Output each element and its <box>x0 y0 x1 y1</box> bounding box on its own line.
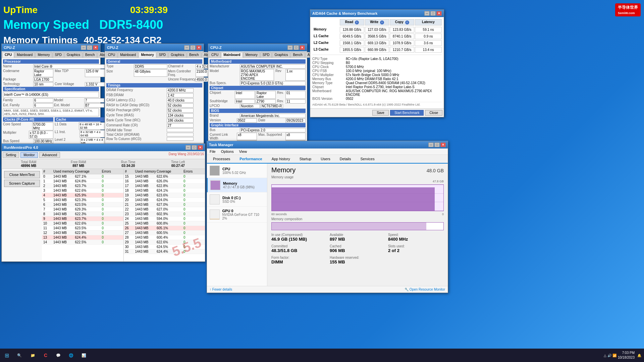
taskman-speed-label: Speed: <box>388 233 444 237</box>
cpuz1-maximize[interactable]: □ <box>87 45 92 50</box>
taskbar-app-chat[interactable]: 💬 <box>52 349 64 361</box>
memtest-advanced-btn[interactable]: Advanced <box>39 152 60 158</box>
mem-speed-value: DDR5-8400 <box>99 18 163 32</box>
taskbar-app-cpuz[interactable]: C <box>40 349 52 361</box>
cpuz2-maximize[interactable]: □ <box>190 45 196 50</box>
cpuz1-tab-bench[interactable]: Bench <box>83 52 97 58</box>
cpuz3-chipset-val: Intel <box>235 91 255 99</box>
memtest-row-n: 12 <box>43 231 53 235</box>
memtest-close-test-btn[interactable]: Close MemTest <box>4 171 40 178</box>
cpuz1-close[interactable]: ✕ <box>93 45 98 50</box>
taskman-minimize[interactable]: ─ <box>428 142 434 147</box>
taskman-tab-details[interactable]: Details <box>335 155 356 164</box>
memtest-table-row: 27 1443 MB 600.5% 0 <box>124 231 205 235</box>
memtest-titlebar[interactable]: RunMemtestPro 4.0 ─ □ ✕ <box>2 144 205 151</box>
cpuz2-idle-label: DRAM Idle Timer <box>106 128 167 132</box>
cpuz1-tab-memory[interactable]: Memory <box>35 52 52 58</box>
cpuz1-titlebar[interactable]: CPU-Z ─ □ ✕ <box>2 44 100 51</box>
cpuz2-minimize[interactable]: ─ <box>184 45 190 50</box>
memtest-row-cov: 622.9% <box>75 231 102 235</box>
cpuz2-tab-spd[interactable]: SPD <box>157 52 168 58</box>
taskman-titlebar[interactable]: Task Manager ─ □ ✕ <box>207 141 448 148</box>
memtest-table-row: 17 1443 MB 622.8% 0 <box>124 184 205 188</box>
cpuz3-tab-spd[interactable]: SPD <box>260 52 272 58</box>
taskman-tab-users[interactable]: Users <box>316 155 335 164</box>
taskman-tab-startup[interactable]: Startup <box>295 155 316 164</box>
cpuz3-tab-graphics[interactable]: Graphics <box>272 52 290 58</box>
memtest-table-row: 0 1443 MB 627.1% 0 <box>42 174 123 179</box>
memtest-rrow-used: 1443 MB <box>135 179 157 183</box>
cpuz1-tab-cpu[interactable]: CPU <box>2 52 14 58</box>
taskman-resource-monitor-link[interactable]: 🔧 Open Resource Monitor <box>405 288 445 291</box>
taskman-tab-performance[interactable]: Performance <box>235 155 267 164</box>
memtest-rrow-err: 0 <box>183 226 204 230</box>
cpuz3-chipset-rev-val: 01 <box>285 91 306 99</box>
memtest-capture-btn[interactable]: Screen Capture <box>4 180 40 187</box>
cpuz3-tab-mainboard[interactable]: Mainboard <box>221 52 243 58</box>
taskman-menu-file[interactable]: File <box>208 149 217 154</box>
taskman-sidebar-cpu[interactable]: CPU 100% 5.02 GHz <box>207 164 267 178</box>
cpuz2-tab-cpu[interactable]: CPU <box>106 52 117 58</box>
aida64-save-btn[interactable]: Save <box>372 110 389 116</box>
cpuz1-controls: ─ □ ✕ <box>81 45 98 50</box>
taskman-restore[interactable]: □ <box>434 142 440 147</box>
taskman-window: Task Manager ─ □ ✕ File Options View Pro… <box>207 141 448 293</box>
aida64-maximize[interactable]: □ <box>430 11 436 16</box>
cpuz3-tab-cpu[interactable]: CPU <box>209 52 221 58</box>
aida-copy-header: Copy i <box>390 19 414 25</box>
taskman-tab-apphistory[interactable]: App history <box>267 155 295 164</box>
taskman-sidebar-gpu[interactable]: GPU 0 NVIDIA GeForce GT 710 2% <box>207 207 267 223</box>
taskman-fewer-details-btn[interactable]: ↑ Fewer details <box>210 288 232 291</box>
cpuz1-tab-spd[interactable]: SPD <box>53 52 64 58</box>
aida64-benchmark-btn[interactable]: Start Benchmark <box>390 110 424 116</box>
cpuz2-tab-mainboard[interactable]: Mainboard <box>118 52 138 58</box>
cpuz2-titlebar[interactable]: CPU-Z ─ □ ✕ <box>105 44 204 51</box>
cpuz3-minimize[interactable]: ─ <box>287 45 293 50</box>
aida64-titlebar[interactable]: AIDA64 Cache & Memory Benchmark ─ □ ✕ <box>310 10 444 17</box>
memtest-monitor-btn[interactable]: Monitor <box>20 152 38 158</box>
taskbar-search-btn[interactable]: 🔍 <box>13 349 25 361</box>
taskbar-start-btn[interactable]: ⊞ <box>0 349 13 362</box>
cpuz1-instructions: MMX, SSE, SSE2, SSE3, SSSE3, SSE4.1, SSE… <box>3 108 99 116</box>
cpuz3-sb-label: Southbridge <box>210 99 235 104</box>
memtest-setting-btn[interactable]: Setting <box>3 152 19 158</box>
aida64-minimize[interactable]: ─ <box>424 11 430 16</box>
taskman-hwreserved-stat: Hardware reserved: 155 MB <box>330 256 385 264</box>
cpuz1-tab-graphics[interactable]: Graphics <box>64 52 83 58</box>
cpuz1-tab-mainboard[interactable]: Mainboard <box>14 52 35 58</box>
cpuz3-chipset-label: Chipset <box>210 91 235 99</box>
cpuz3-tab-memory[interactable]: Memory <box>243 52 260 58</box>
taskman-menu-view[interactable]: View <box>238 149 249 154</box>
taskbar-app-explorer[interactable]: 📁 <box>27 349 39 361</box>
memtest-window: RunMemtestPro 4.0 ─ □ ✕ Setting Monitor … <box>1 143 205 262</box>
taskbar-app-monitor[interactable]: 📊 <box>78 349 90 361</box>
taskbar-app-browser[interactable]: 🌐 <box>65 349 77 361</box>
taskman-tab-processes[interactable]: Processes <box>208 155 235 164</box>
cpuz3-maximize[interactable]: □ <box>293 45 299 50</box>
cpuz1-core-speed-label: Core Speed <box>3 122 32 130</box>
memtest-rrow-n: 22 <box>125 207 135 211</box>
memtest-timeleft-val: 00:27:47 <box>153 164 203 168</box>
taskman-menu-options[interactable]: Options <box>220 149 235 154</box>
taskman-comp-chart <box>271 222 444 230</box>
aida64-close[interactable]: ✕ <box>436 11 442 16</box>
cpuz3-tab-bench[interactable]: Bench <box>290 52 305 58</box>
cpuz3-titlebar[interactable]: CPU-Z ─ □ ✕ <box>208 44 307 51</box>
aida64-close-btn[interactable]: Close <box>425 110 442 116</box>
cpuz1-minimize[interactable]: ─ <box>81 45 86 50</box>
taskman-sidebar-memory[interactable]: Memory 47.0 / 47.8 GB (98%) <box>207 178 267 192</box>
cpuz3-close[interactable]: ✕ <box>300 45 305 50</box>
memtest-minimize[interactable]: ─ <box>185 145 191 150</box>
taskman-close[interactable]: ✕ <box>440 142 446 147</box>
taskman-committed-stat: Committed 48.3/51.8 GB <box>271 244 327 253</box>
memtest-close[interactable]: ✕ <box>198 145 203 150</box>
cpuz2-tab-bench[interactable]: Bench <box>187 52 201 58</box>
memtest-maximize[interactable]: □ <box>192 145 197 150</box>
aida-write-info-icon: i <box>380 20 384 24</box>
taskbar-notification-btn[interactable]: 🔔 <box>637 354 641 357</box>
cpuz2-tab-memory[interactable]: Memory <box>139 52 156 58</box>
taskman-tab-services[interactable]: Services <box>356 155 379 164</box>
cpuz2-tab-graphics[interactable]: Graphics <box>168 52 186 58</box>
cpuz2-close[interactable]: ✕ <box>196 45 202 50</box>
taskman-sidebar-disk[interactable]: Disk 0 (C:) SSD 0% <box>207 192 267 207</box>
